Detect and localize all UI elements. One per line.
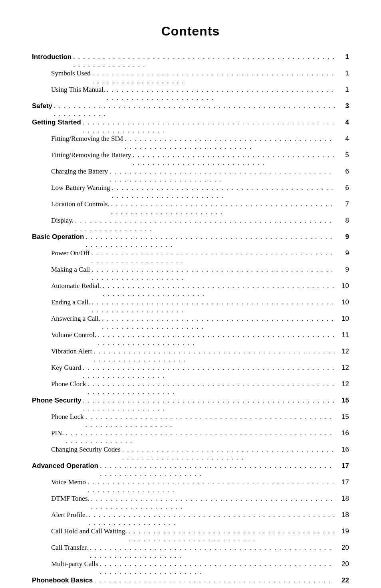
toc-entry: Vibration Alert . . . . . . . . . . . . … bbox=[32, 347, 349, 363]
toc-entry: Getting Started . . . . . . . . . . . . … bbox=[32, 118, 349, 134]
toc-page: 6 bbox=[338, 168, 349, 176]
toc-entry: Phone Lock . . . . . . . . . . . . . . .… bbox=[32, 413, 349, 429]
toc-dots: . . . . . . . . . . . . . . . . . . . . … bbox=[52, 102, 338, 118]
toc-entry: Changing Security Codes . . . . . . . . … bbox=[32, 446, 349, 462]
toc-entry: Introduction . . . . . . . . . . . . . .… bbox=[32, 53, 349, 69]
toc-container: Introduction . . . . . . . . . . . . . .… bbox=[32, 53, 349, 588]
toc-dots: . . . . . . . . . . . . . . . . . . . . … bbox=[98, 462, 338, 478]
toc-page: 4 bbox=[338, 118, 349, 126]
toc-dots: . . . . . . . . . . . . . . . . . . . . … bbox=[64, 429, 338, 445]
toc-dots: . . . . . . . . . . . . . . . . . . . . … bbox=[100, 315, 338, 331]
toc-dots: . . . . . . . . . . . . . . . . . . . . … bbox=[123, 135, 338, 151]
toc-page: 10 bbox=[338, 315, 349, 323]
toc-label: Volume Control. bbox=[51, 331, 96, 339]
toc-page: 12 bbox=[338, 347, 349, 355]
toc-page: 12 bbox=[338, 364, 349, 372]
toc-dots: . . . . . . . . . . . . . . . . . . . . … bbox=[86, 380, 338, 396]
toc-dots: . . . . . . . . . . . . . . . . . . . . … bbox=[88, 544, 338, 560]
toc-dots: . . . . . . . . . . . . . . . . . . . . … bbox=[81, 118, 338, 134]
toc-dots: . . . . . . . . . . . . . . . . . . . . … bbox=[105, 86, 338, 102]
toc-entry: Multi-party Calls . . . . . . . . . . . … bbox=[32, 560, 349, 576]
toc-dots: . . . . . . . . . . . . . . . . . . . . … bbox=[86, 478, 338, 494]
toc-label: Multi-party Calls bbox=[51, 560, 98, 568]
toc-page: 9 bbox=[338, 266, 349, 274]
toc-entry: Display. . . . . . . . . . . . . . . . .… bbox=[32, 217, 349, 233]
toc-dots: . . . . . . . . . . . . . . . . . . . . … bbox=[84, 233, 338, 249]
toc-page: 9 bbox=[338, 233, 349, 241]
toc-label: Location of Controls. bbox=[51, 200, 109, 208]
toc-page: 1 bbox=[338, 86, 349, 94]
toc-label: Using This Manual. bbox=[51, 86, 105, 94]
toc-dots: . . . . . . . . . . . . . . . . . . . . … bbox=[93, 576, 338, 588]
toc-entry: Using This Manual. . . . . . . . . . . .… bbox=[32, 86, 349, 102]
toc-entry: Low Battery Warning . . . . . . . . . . … bbox=[32, 184, 349, 200]
toc-dots: . . . . . . . . . . . . . . . . . . . . … bbox=[73, 217, 338, 233]
toc-dots: . . . . . . . . . . . . . . . . . . . . … bbox=[127, 527, 338, 543]
toc-entry: Power On/Off . . . . . . . . . . . . . .… bbox=[32, 249, 349, 265]
toc-page: 7 bbox=[338, 200, 349, 208]
toc-entry: Call Transfer. . . . . . . . . . . . . .… bbox=[32, 544, 349, 560]
toc-entry: Phone Clock . . . . . . . . . . . . . . … bbox=[32, 380, 349, 396]
toc-page: 11 bbox=[338, 331, 349, 339]
toc-dots: . . . . . . . . . . . . . . . . . . . . … bbox=[89, 495, 338, 511]
toc-page: 22 bbox=[338, 576, 349, 584]
toc-label: Making a Call bbox=[51, 266, 90, 274]
toc-label: Basic Operation bbox=[32, 233, 84, 241]
toc-page: 1 bbox=[338, 53, 349, 61]
toc-label: Alert Profile. bbox=[51, 511, 87, 519]
page-title: Contents bbox=[32, 24, 349, 39]
toc-page: 10 bbox=[338, 298, 349, 306]
toc-entry: Advanced Operation . . . . . . . . . . .… bbox=[32, 462, 349, 478]
toc-entry: Fitting/Removing the SIM . . . . . . . .… bbox=[32, 135, 349, 151]
toc-entry: Phone Security . . . . . . . . . . . . .… bbox=[32, 397, 349, 412]
toc-page: 20 bbox=[338, 560, 349, 568]
toc-dots: . . . . . . . . . . . . . . . . . . . . … bbox=[98, 560, 338, 576]
toc-label: Advanced Operation bbox=[32, 462, 98, 470]
toc-page: 4 bbox=[338, 135, 349, 143]
toc-page: 15 bbox=[338, 397, 349, 404]
toc-page: 9 bbox=[338, 249, 349, 257]
toc-label: Vibration Alert bbox=[51, 347, 92, 355]
toc-page: 19 bbox=[338, 527, 349, 535]
toc-dots: . . . . . . . . . . . . . . . . . . . . … bbox=[89, 249, 338, 265]
toc-page: 10 bbox=[338, 282, 349, 290]
toc-dots: . . . . . . . . . . . . . . . . . . . . … bbox=[90, 266, 338, 282]
toc-entry: Call Hold and Call Waiting. . . . . . . … bbox=[32, 527, 349, 543]
toc-page: 18 bbox=[338, 511, 349, 519]
toc-label: Introduction bbox=[32, 53, 71, 61]
toc-label: Power On/Off bbox=[51, 249, 89, 257]
toc-label: Phone Clock bbox=[51, 380, 86, 388]
toc-label: Phone Security bbox=[32, 397, 81, 404]
toc-dots: . . . . . . . . . . . . . . . . . . . . … bbox=[84, 413, 338, 429]
toc-label: Fitting/Removing the SIM bbox=[51, 135, 123, 143]
toc-entry: PIN. . . . . . . . . . . . . . . . . . .… bbox=[32, 429, 349, 445]
toc-label: Call Transfer. bbox=[51, 544, 88, 552]
toc-entry: Answering a Call. . . . . . . . . . . . … bbox=[32, 315, 349, 331]
toc-entry: Charging the Battery . . . . . . . . . .… bbox=[32, 168, 349, 184]
toc-label: Automatic Redial. bbox=[51, 282, 101, 290]
toc-dots: . . . . . . . . . . . . . . . . . . . . … bbox=[121, 446, 338, 462]
toc-page: 17 bbox=[338, 478, 349, 486]
toc-entry: Location of Controls. . . . . . . . . . … bbox=[32, 200, 349, 216]
toc-page: 3 bbox=[338, 102, 349, 110]
toc-label: Symbols Used bbox=[51, 69, 91, 77]
toc-label: Voice Memo bbox=[51, 478, 86, 486]
toc-label: Getting Started bbox=[32, 118, 81, 126]
toc-entry: Voice Memo . . . . . . . . . . . . . . .… bbox=[32, 478, 349, 494]
toc-dots: . . . . . . . . . . . . . . . . . . . . … bbox=[96, 331, 338, 347]
toc-page: 16 bbox=[338, 446, 349, 454]
toc-entry: Ending a Call. . . . . . . . . . . . . .… bbox=[32, 298, 349, 314]
toc-dots: . . . . . . . . . . . . . . . . . . . . … bbox=[87, 511, 338, 527]
toc-dots: . . . . . . . . . . . . . . . . . . . . … bbox=[92, 347, 338, 363]
toc-label: Display. bbox=[51, 217, 73, 225]
toc-page: 18 bbox=[338, 495, 349, 503]
toc-dots: . . . . . . . . . . . . . . . . . . . . … bbox=[81, 364, 338, 380]
toc-page: 15 bbox=[338, 413, 349, 421]
toc-label: DTMF Tones. bbox=[51, 495, 89, 503]
toc-page: 5 bbox=[338, 151, 349, 159]
toc-entry: Key Guard . . . . . . . . . . . . . . . … bbox=[32, 364, 349, 380]
toc-label: Answering a Call. bbox=[51, 315, 100, 323]
toc-dots: . . . . . . . . . . . . . . . . . . . . … bbox=[81, 397, 338, 412]
toc-entry: Basic Operation . . . . . . . . . . . . … bbox=[32, 233, 349, 249]
toc-dots: . . . . . . . . . . . . . . . . . . . . … bbox=[90, 298, 338, 314]
